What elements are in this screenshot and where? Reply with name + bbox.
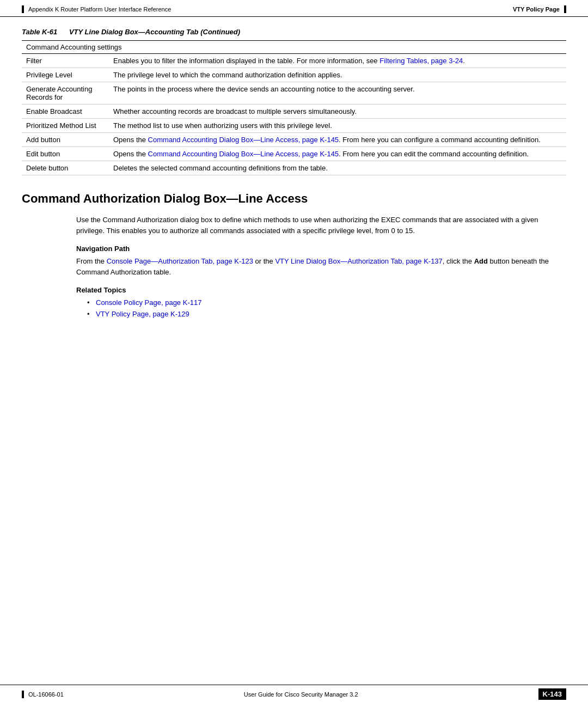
table-cell-label: Add button bbox=[22, 133, 109, 147]
table-cell-desc: Opens the Command Accounting Dialog Box—… bbox=[109, 147, 566, 161]
table-row: Filter Enables you to filter the informa… bbox=[22, 54, 566, 68]
table-row: Delete button Deletes the selected comma… bbox=[22, 161, 566, 175]
footer-left-icon bbox=[22, 691, 24, 698]
table-cell-desc: Deletes the selected command accounting … bbox=[109, 161, 566, 175]
table-cell-label: Generate Accounting Records for bbox=[22, 82, 109, 105]
nav-path-heading: Navigation Path bbox=[76, 245, 566, 253]
table-cell-label: Prioritized Method List bbox=[22, 119, 109, 133]
table-row: Generate Accounting Records for The poin… bbox=[22, 82, 566, 105]
console-policy-link[interactable]: Console Policy Page, page K-117 bbox=[96, 298, 201, 307]
section-heading: Command Authorization Dialog Box—Line Ac… bbox=[22, 192, 566, 206]
table-title: Table K-61 VTY Line Dialog Box—Accountin… bbox=[22, 28, 566, 36]
table-row: Edit button Opens the Command Accounting… bbox=[22, 147, 566, 161]
table-title-text: VTY Line Dialog Box—Accounting Tab (Cont… bbox=[69, 28, 240, 36]
list-item: VTY Policy Page, page K-129 bbox=[87, 309, 566, 320]
table-row: Prioritized Method List The method list … bbox=[22, 119, 566, 133]
vty-policy-link[interactable]: VTY Policy Page, page K-129 bbox=[96, 310, 189, 318]
table-cell-label: Filter bbox=[22, 54, 109, 68]
table-row: Enable Broadcast Whether accounting reco… bbox=[22, 105, 566, 119]
footer-right: K-143 bbox=[538, 688, 566, 700]
table-section-header: Command Accounting settings bbox=[22, 41, 566, 54]
section-header-cell: Command Accounting settings bbox=[22, 41, 566, 54]
table-cell-label: Delete button bbox=[22, 161, 109, 175]
page-number-badge: K-143 bbox=[538, 688, 566, 700]
table-cell-label: Privilege Level bbox=[22, 68, 109, 82]
doc-table: Command Accounting settings Filter Enabl… bbox=[22, 40, 566, 175]
related-topics-heading: Related Topics bbox=[76, 286, 566, 294]
table-row: Privilege Level The privilege level to w… bbox=[22, 68, 566, 82]
header-right-icon bbox=[564, 5, 566, 13]
header-right-label: VTY Policy Page bbox=[513, 6, 560, 13]
header-left: Appendix K Router Platform User Interfac… bbox=[22, 5, 171, 13]
section-body: Use the Command Authorization dialog box… bbox=[76, 215, 566, 236]
page-container: Appendix K Router Platform User Interfac… bbox=[0, 0, 588, 714]
table-number: Table K-61 bbox=[22, 28, 57, 36]
footer-right-text: User Guide for Cisco Security Manager 3.… bbox=[244, 691, 358, 698]
main-content: Table K-61 VTY Line Dialog Box—Accountin… bbox=[0, 17, 588, 340]
table-cell-desc: The points in the process where the devi… bbox=[109, 82, 566, 105]
edit-command-accounting-link[interactable]: Command Accounting Dialog Box—Line Acces… bbox=[148, 150, 339, 158]
filtering-tables-link[interactable]: Filtering Tables, page 3-24 bbox=[379, 57, 463, 65]
footer-left: OL-16066-01 bbox=[22, 691, 64, 698]
header-breadcrumb: Appendix K Router Platform User Interfac… bbox=[28, 6, 171, 13]
table-cell-label: Enable Broadcast bbox=[22, 105, 109, 119]
nav-path-body: From the Console Page—Authorization Tab,… bbox=[76, 256, 566, 277]
vty-auth-tab-link[interactable]: VTY Line Dialog Box—Authorization Tab, p… bbox=[275, 257, 442, 265]
console-auth-tab-link[interactable]: Console Page—Authorization Tab, page K-1… bbox=[107, 257, 253, 265]
footer-center: User Guide for Cisco Security Manager 3.… bbox=[244, 691, 358, 698]
table-cell-label: Edit button bbox=[22, 147, 109, 161]
table-cell-desc: Enables you to filter the information di… bbox=[109, 54, 566, 68]
table-cell-desc: The method list to use when authorizing … bbox=[109, 119, 566, 133]
add-command-accounting-link[interactable]: Command Accounting Dialog Box—Line Acces… bbox=[148, 136, 339, 144]
table-cell-desc: Opens the Command Accounting Dialog Box—… bbox=[109, 133, 566, 147]
table-row: Add button Opens the Command Accounting … bbox=[22, 133, 566, 147]
related-topics-list: Console Policy Page, page K-117 VTY Poli… bbox=[87, 297, 566, 320]
footer-doc-id: OL-16066-01 bbox=[28, 691, 64, 698]
page-header: Appendix K Router Platform User Interfac… bbox=[0, 0, 588, 17]
header-left-icon bbox=[22, 5, 24, 13]
list-item: Console Policy Page, page K-117 bbox=[87, 297, 566, 309]
table-cell-desc: The privilege level to which the command… bbox=[109, 68, 566, 82]
header-right: VTY Policy Page bbox=[513, 5, 566, 13]
table-cell-desc: Whether accounting records are broadcast… bbox=[109, 105, 566, 119]
page-footer: OL-16066-01 User Guide for Cisco Securit… bbox=[0, 685, 588, 703]
